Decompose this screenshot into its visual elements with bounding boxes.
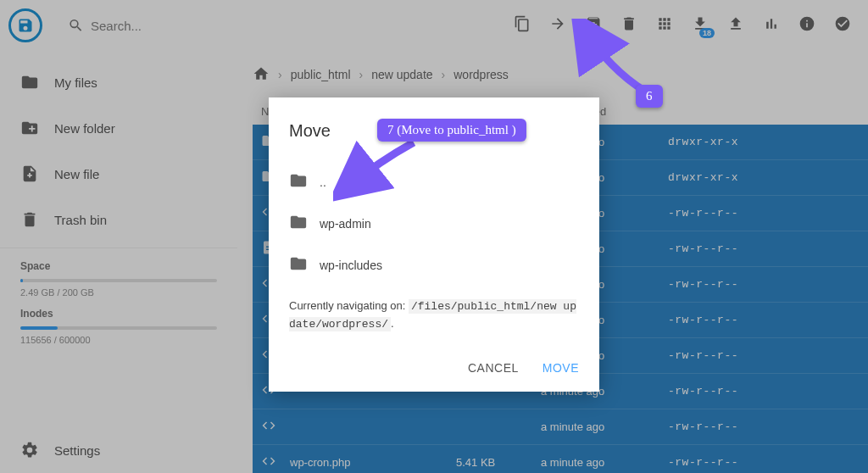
dialog-folder-item[interactable]: wp-admin — [289, 203, 579, 244]
annotation-badge-6: 6 — [636, 85, 663, 108]
move-dialog: Move ..wp-adminwp-includes Currently nav… — [269, 97, 599, 392]
folder-icon — [289, 213, 308, 234]
cancel-button[interactable]: CANCEL — [468, 361, 519, 375]
folder-icon — [289, 171, 308, 192]
dialog-folder-item[interactable]: wp-includes — [289, 244, 579, 286]
dialog-folder-label: .. — [320, 175, 326, 189]
dialog-folder-label: wp-includes — [320, 259, 382, 272]
annotation-badge-7: 7 (Move to public_html ) — [377, 119, 526, 142]
path-label: Currently navigating on: — [289, 299, 409, 312]
move-confirm-button[interactable]: MOVE — [542, 361, 579, 375]
dialog-folder-label: wp-admin — [320, 217, 371, 231]
dialog-folder-item[interactable]: .. — [289, 161, 579, 203]
folder-icon — [289, 254, 308, 275]
modal-overlay[interactable]: Move ..wp-adminwp-includes Currently nav… — [0, 0, 868, 473]
dialog-path-line: Currently navigating on: /files/public_h… — [289, 298, 579, 332]
